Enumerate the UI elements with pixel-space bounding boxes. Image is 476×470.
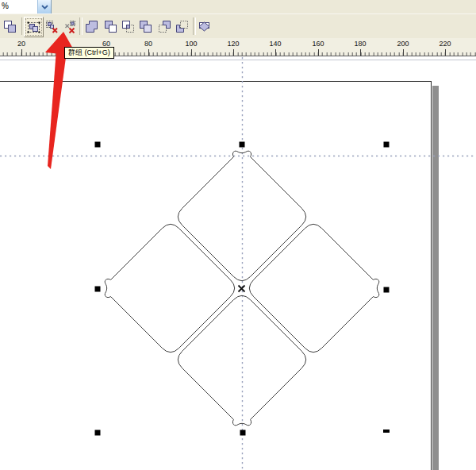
ruler-major-tick <box>275 49 276 56</box>
ruler-label: 100 <box>185 40 197 48</box>
combobox-dropdown-button[interactable] <box>37 0 51 13</box>
ruler-label: 80 <box>144 40 152 48</box>
selection-handle-middle-left[interactable] <box>95 287 101 292</box>
trim-button[interactable] <box>102 17 120 36</box>
ruler-label: 140 <box>269 40 281 48</box>
selection-handle-top-middle[interactable] <box>240 142 245 148</box>
weld-button[interactable] <box>83 17 101 36</box>
ruler-label: 120 <box>227 40 239 48</box>
tooltip-group-shortcut: 群组 (Ctrl+G) <box>64 47 114 59</box>
property-bar <box>0 13 476 40</box>
back-minus-front-icon <box>175 20 189 33</box>
rounded-diamond-right[interactable] <box>249 224 378 352</box>
convert-outline-button[interactable] <box>195 17 213 36</box>
simplify-button[interactable] <box>136 17 155 36</box>
app-window: % <box>0 0 476 470</box>
ruler-major-tick <box>233 49 234 56</box>
ruler-major-tick <box>318 49 319 56</box>
ruler-label: 200 <box>397 40 409 48</box>
chevron-down-icon <box>41 5 48 10</box>
selection-handle-top-right[interactable] <box>384 142 390 148</box>
selection-handle-bottom-middle[interactable] <box>240 430 246 436</box>
ungroup-all-button[interactable] <box>60 17 79 36</box>
convert-outline-icon <box>198 20 211 33</box>
ruler-major-tick <box>148 49 149 56</box>
intersect-icon <box>121 20 135 33</box>
selection-handle-bottom-right[interactable] <box>383 430 390 433</box>
ruler-major-tick <box>445 49 446 56</box>
front-minus-back-button[interactable] <box>155 17 174 36</box>
selection-handle-bottom-left[interactable] <box>95 430 101 436</box>
combine-button[interactable] <box>1 17 19 36</box>
ruler-label: 160 <box>312 40 324 48</box>
trim-icon <box>104 20 117 33</box>
page-shadow <box>432 86 439 470</box>
combine-icon <box>3 20 17 33</box>
simplify-icon <box>139 20 152 33</box>
selection-handle-top-left[interactable] <box>95 142 101 148</box>
ruler-major-tick <box>360 49 361 56</box>
top-option-bar: % <box>0 0 476 13</box>
ungroup-button[interactable] <box>43 17 61 36</box>
front-minus-back-icon <box>158 20 171 33</box>
ruler-major-tick <box>403 49 404 56</box>
ruler-major-tick <box>21 49 22 56</box>
zoom-level-value: % <box>0 0 37 13</box>
back-minus-front-button[interactable] <box>173 17 191 36</box>
ruler-label: 20 <box>17 40 25 48</box>
ruler-major-tick <box>191 49 192 56</box>
zoom-level-combobox[interactable]: % <box>0 0 52 14</box>
selection-handle-middle-right[interactable] <box>384 287 390 293</box>
rounded-diamond-left[interactable] <box>105 224 234 352</box>
ungroup-icon <box>45 20 59 33</box>
drawing-canvas <box>0 0 476 470</box>
intersect-button[interactable] <box>119 17 137 36</box>
weld-icon <box>85 20 98 33</box>
group-center-x-marker[interactable] <box>239 286 245 292</box>
group-icon <box>27 21 40 34</box>
ruler-label: 180 <box>354 40 366 48</box>
ungroup-all-icon <box>63 20 76 33</box>
group-button[interactable] <box>24 17 44 37</box>
ruler-label: 220 <box>439 40 451 48</box>
